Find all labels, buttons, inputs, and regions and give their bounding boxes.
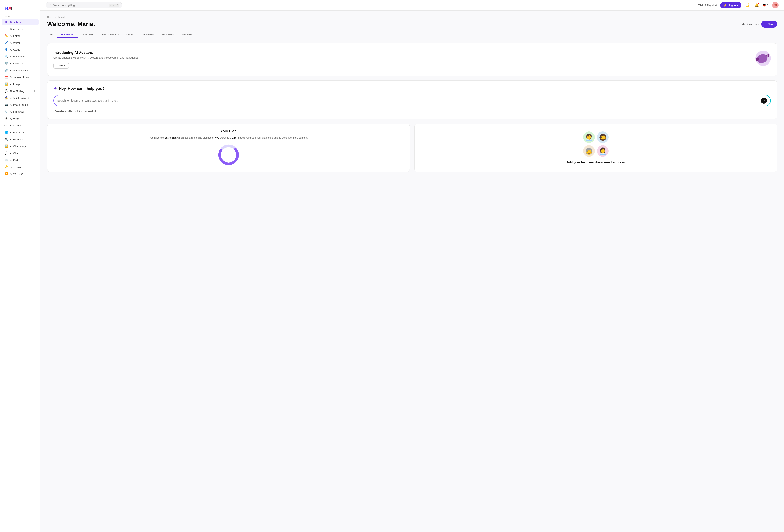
team-card-title: Add your team members' email address — [567, 161, 625, 164]
ai-writer-icon: 🖊️ — [5, 41, 8, 45]
sidebar-item-label: AI Detector — [10, 62, 23, 65]
sidebar-item-seo-tool[interactable]: SEO SEO Tool — [2, 122, 38, 129]
tab-all[interactable]: All — [47, 31, 56, 38]
sidebar-item-ai-detector[interactable]: 🛡️ AI Detector — [2, 60, 38, 67]
ai-rewriter-icon: ✒️ — [5, 138, 8, 141]
help-search-submit-button[interactable]: → — [761, 97, 767, 104]
tab-overview[interactable]: Overview — [178, 31, 195, 38]
help-title: ✦ Hey, How can I help you? — [53, 86, 771, 91]
ai-editor-icon: ✏️ — [5, 34, 8, 37]
sidebar-item-ai-youtube[interactable]: ▶️ AI YouTube — [2, 171, 38, 177]
help-title-text: Hey, How can I help you? — [59, 86, 105, 91]
sidebar-item-label: AI Social Media — [10, 69, 28, 72]
sidebar-item-ai-code[interactable]: ⌨️ AI Code — [2, 157, 38, 163]
sidebar-item-ai-social-media[interactable]: 🔗 AI Social Media — [2, 67, 38, 74]
sidebar-item-label: AI Image — [10, 83, 20, 86]
dark-mode-button[interactable]: 🌙 — [744, 2, 751, 8]
sidebar-item-chat-settings[interactable]: 💬 Chat Settings + — [2, 88, 38, 94]
documents-icon: ☰ — [5, 27, 8, 31]
tab-your-plan[interactable]: Your Plan — [80, 31, 97, 38]
upgrade-label: Upgrade — [728, 4, 738, 7]
search-input[interactable] — [53, 4, 108, 7]
notifications-button[interactable]: 🔔 — [753, 2, 760, 8]
create-blank-document-link[interactable]: Create a Blank Document + — [53, 109, 771, 113]
ai-detector-icon: 🛡️ — [5, 62, 8, 65]
ai-youtube-icon: ▶️ — [5, 172, 8, 175]
sidebar-item-ai-vision[interactable]: 👁️ AI Vision — [2, 115, 38, 122]
flag-icon: 🇩🇪 — [762, 4, 765, 7]
sidebar-item-label: Chat Settings — [10, 90, 26, 92]
plan-name: Entry plan — [164, 136, 177, 139]
sidebar-item-ai-photo-studio[interactable]: 📷 AI Photo Studio — [2, 102, 38, 108]
sidebar-item-scheduled-posts[interactable]: 📅 Scheduled Posts — [2, 74, 38, 81]
api-keys-icon: 🔑 — [5, 165, 8, 169]
sidebar-item-ai-editor[interactable]: ✏️ AI Editor — [2, 33, 38, 39]
megaphone-illustration — [752, 49, 771, 68]
sidebar-item-api-keys[interactable]: 🔑 API Keys — [2, 164, 38, 170]
ai-vision-icon: 👁️ — [5, 117, 8, 120]
sidebar-item-ai-rewriter[interactable]: ✒️ AI ReWriter — [2, 136, 38, 143]
sidebar-item-label: AI Web Chat — [10, 131, 25, 134]
upgrade-button[interactable]: ⚡ Upgrade — [720, 2, 741, 8]
ai-help-section: ✦ Hey, How can I help you? → Create a Bl… — [47, 81, 777, 119]
trial-label: Trial - 2 Days Left — [698, 4, 718, 7]
sidebar-item-label: AI Avatar — [10, 48, 21, 51]
page-title: Welcome, Maria. — [47, 21, 95, 28]
words-count: 409 — [215, 136, 219, 139]
my-documents-link[interactable]: My Documents — [741, 23, 759, 26]
sidebar-item-label: AI Writer — [10, 41, 20, 44]
plus-badge: + — [34, 89, 35, 93]
ai-chat-icon: 💬 — [5, 151, 8, 155]
sidebar-item-ai-web-chat[interactable]: 🌐 AI Web Chat — [2, 129, 38, 136]
user-avatar-button[interactable]: JS — [772, 2, 779, 8]
svg-line-5 — [51, 6, 51, 6]
help-search-bar[interactable]: → — [53, 95, 771, 106]
svg-text:re: re — [5, 6, 9, 10]
tab-recent[interactable]: Recent — [123, 31, 137, 38]
create-doc-label: Create a Blank Document — [53, 109, 93, 113]
sidebar-item-ai-avatar[interactable]: 👤 AI Avatar — [2, 46, 38, 53]
plan-card: Your Plan You have the Entry plan which … — [47, 123, 410, 172]
new-button[interactable]: + New — [761, 21, 777, 28]
seo-tool-icon: SEO — [5, 124, 8, 127]
sidebar-item-label: AI ReWriter — [10, 138, 23, 141]
sidebar-item-ai-article-wizard[interactable]: 🧙 AI Article Wizard — [2, 95, 38, 101]
search-bar[interactable]: cmd + E — [46, 2, 122, 8]
sidebar-item-label: AI Vision — [10, 117, 20, 120]
sidebar-item-label: Scheduled Posts — [10, 76, 29, 79]
notification-dot — [758, 3, 759, 4]
banner-icon — [752, 49, 771, 70]
sidebar-item-ai-plagiarism[interactable]: 🔍 AI Plagiarism — [2, 53, 38, 60]
tab-team-members[interactable]: Team Members — [98, 31, 122, 38]
dismiss-button[interactable]: Dismiss — [53, 63, 69, 68]
ai-chat-image-icon: 🖼️ — [5, 144, 8, 148]
sidebar-item-ai-chat-image[interactable]: 🖼️ AI Chat Image — [2, 143, 38, 149]
help-search-input[interactable] — [57, 99, 759, 102]
sidebar: re X 4 USER ⊞ Dashboard ☰ Documents ✏️ A… — [0, 0, 40, 532]
sidebar-item-dashboard[interactable]: ⊞ Dashboard — [2, 19, 38, 25]
topbar: cmd + E Trial - 2 Days Left ⚡ Upgrade 🌙 … — [40, 0, 784, 10]
dashboard-icon: ⊞ — [5, 20, 8, 24]
ai-avatar-icon: 👤 — [5, 48, 8, 51]
sidebar-item-ai-file-chat[interactable]: 📎 AI File Chat — [2, 109, 38, 115]
team-card: 🧑‍💼 🧔 🧓 👩‍💼 Add your team members' email… — [414, 123, 777, 172]
sidebar-logo: re X 4 — [0, 0, 40, 14]
sparkle-icon: ✦ — [53, 86, 57, 91]
tab-templates[interactable]: Templates — [159, 31, 177, 38]
donut-chart-wrap — [53, 143, 403, 166]
bottom-cards: Your Plan You have the Entry plan which … — [47, 123, 777, 172]
search-shortcut: cmd + E — [109, 4, 119, 7]
svg-rect-10 — [767, 54, 768, 57]
tab-ai-assistant[interactable]: AI Assistant — [57, 31, 78, 38]
sidebar-item-ai-writer[interactable]: 🖊️ AI Writer — [2, 39, 38, 46]
sidebar-item-label: AI YouTube — [10, 172, 23, 175]
language-selector[interactable]: 🇩🇪 En — [762, 4, 769, 7]
sidebar-item-label: AI Article Wizard — [10, 96, 29, 100]
sidebar-item-documents[interactable]: ☰ Documents — [2, 26, 38, 32]
team-avatar-2: 🧔 — [597, 132, 609, 143]
user-initials: JS — [774, 4, 777, 6]
plus-circle-icon: + — [94, 109, 96, 113]
sidebar-item-ai-image[interactable]: 🖼️ AI Image — [2, 81, 38, 87]
sidebar-item-ai-chat[interactable]: 💬 AI Chat — [2, 150, 38, 157]
tab-documents[interactable]: Documents — [138, 31, 158, 38]
